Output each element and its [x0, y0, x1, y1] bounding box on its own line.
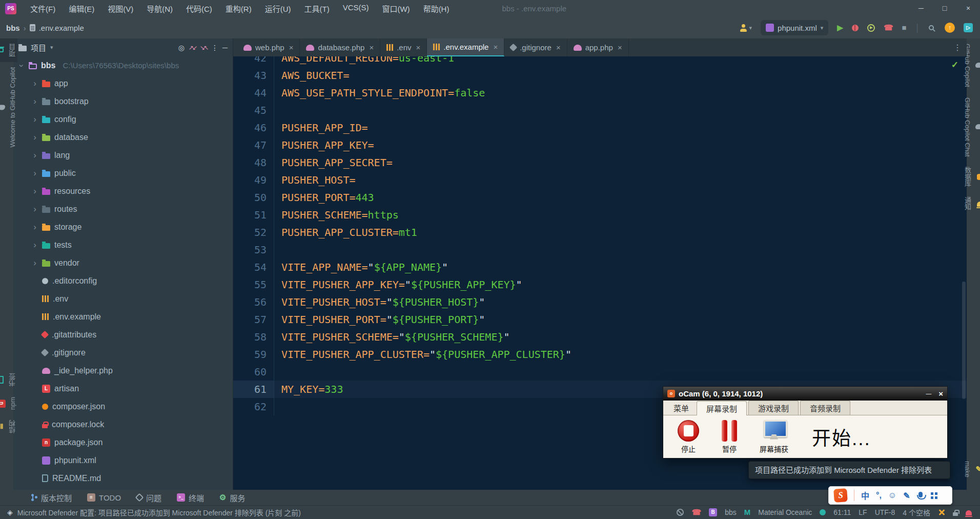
close-tab-icon[interactable]: ×	[493, 43, 498, 51]
tab-.env.example[interactable]: .env.example×	[427, 38, 504, 56]
status-message[interactable]: ◈ Microsoft Defender 配置: 项目路径已成功添加到 Micr…	[7, 507, 301, 517]
status-widget-8[interactable]: LF	[859, 508, 867, 516]
tree-item-.env.example[interactable]: .env.example	[13, 308, 233, 326]
tree-item-vendor[interactable]: ›vendor	[13, 254, 233, 272]
strip-item-书签[interactable]: 书签	[0, 368, 17, 392]
code-line-51[interactable]: 51PUSHER_SCHEME=https	[233, 206, 967, 224]
tree-chevron-icon[interactable]: ›	[32, 98, 38, 105]
tree-item-public[interactable]: ›public	[13, 164, 233, 182]
stop-button[interactable]: ■	[902, 24, 907, 32]
close-tab-icon[interactable]: ×	[289, 43, 294, 52]
menu-item-0[interactable]: 文件(F)	[24, 3, 62, 14]
ocam-start-text[interactable]: 开始...	[812, 423, 871, 451]
tree-item-bootstrap[interactable]: ›bootstrap	[13, 92, 233, 110]
user-widget[interactable]: ▾	[740, 24, 752, 32]
tree-item-composer.json[interactable]: composer.json	[13, 397, 233, 415]
tree-item-routes[interactable]: ›routes	[13, 200, 233, 218]
editor-scrollbar[interactable]	[962, 282, 966, 398]
punctuation-icon[interactable]: °,	[876, 491, 882, 500]
status-widget-1[interactable]: ☎	[691, 508, 701, 516]
tree-item-_ide_helper.php[interactable]: _ide_helper.php	[13, 362, 233, 380]
tree-item-.gitattributes[interactable]: .gitattributes	[13, 326, 233, 344]
code-line-49[interactable]: 49PUSHER_HOST=	[233, 171, 967, 189]
minimize-icon[interactable]: ─	[909, 0, 933, 17]
code-line-50[interactable]: 50PUSHER_PORT=443	[233, 189, 967, 206]
breadcrumb-root[interactable]: bbs	[6, 24, 20, 32]
status-widget-2[interactable]: B	[709, 508, 717, 516]
run-button[interactable]: ▶	[837, 24, 843, 32]
code-line-47[interactable]: 47PUSHER_APP_KEY=	[233, 136, 967, 154]
tree-item-resources[interactable]: ›resources	[13, 182, 233, 200]
tab-app.php[interactable]: app.php×	[567, 38, 629, 56]
locate-file-icon[interactable]: ◎	[178, 44, 185, 52]
status-widget-3[interactable]: bbs	[725, 508, 737, 516]
code-line-48[interactable]: 48PUSHER_APP_SECRET=	[233, 154, 967, 171]
ocam-button-停止[interactable]: 停止	[678, 420, 699, 454]
code-line-53[interactable]: 53	[233, 241, 967, 258]
strip-item-结构[interactable]: ≣结构	[0, 415, 17, 438]
hide-panel-icon[interactable]: ─	[222, 44, 228, 52]
status-widget-10[interactable]: 4 个空格	[903, 507, 930, 517]
code-with-me-icon[interactable]: ▷	[964, 23, 973, 32]
maximize-icon[interactable]: □	[933, 0, 956, 17]
tree-item-phpunit.xml[interactable]: phpunit.xml	[13, 451, 233, 469]
menu-item-5[interactable]: 重构(R)	[219, 3, 258, 14]
code-line-55[interactable]: 55VITE_PUSHER_APP_KEY="${PUSHER_APP_KEY}…	[233, 276, 967, 293]
menu-item-10[interactable]: 帮助(H)	[417, 3, 456, 14]
code-line-52[interactable]: 52PUSHER_APP_CLUSTER=mt1	[233, 224, 967, 241]
code-line-60[interactable]: 60	[233, 363, 967, 381]
debug-button[interactable]	[852, 25, 859, 31]
handwriting-pencil-icon[interactable]: ✎	[903, 491, 910, 501]
status-widget-5[interactable]: Material Oceanic	[758, 508, 812, 516]
code-line-42[interactable]: 42AWS_DEFAULT_REGION=us-east-1	[233, 56, 967, 67]
tree-chevron-icon[interactable]: ›	[32, 170, 38, 176]
tree-chevron-icon[interactable]: ›	[32, 152, 38, 158]
menu-item-9[interactable]: 窗口(W)	[375, 3, 416, 14]
ocam-tab-游戏录制[interactable]: 游戏录制	[748, 401, 799, 415]
tree-chevron-icon[interactable]: ›	[32, 242, 38, 248]
code-line-57[interactable]: 57VITE_PUSHER_PORT="${PUSHER_PORT}"	[233, 311, 967, 328]
status-widget-13[interactable]	[966, 509, 972, 515]
tree-chevron-icon[interactable]: ›	[32, 260, 38, 266]
chinese-mode-icon[interactable]: 中	[861, 489, 869, 502]
ocam-button-屏幕捕获[interactable]: 屏幕捕获	[760, 420, 788, 454]
tree-chevron-icon[interactable]: ›	[32, 116, 38, 123]
code-line-43[interactable]: 43AWS_BUCKET=	[233, 67, 967, 84]
update-icon[interactable]: ↑	[945, 23, 955, 33]
code-line-45[interactable]: 45	[233, 102, 967, 119]
code-line-59[interactable]: 59VITE_PUSHER_APP_CLUSTER="${PUSHER_APP_…	[233, 346, 967, 363]
emoji-icon[interactable]: ☺	[888, 491, 896, 500]
close-tab-icon[interactable]: ×	[618, 43, 622, 52]
status-widget-4[interactable]: M	[744, 508, 751, 516]
menu-item-6[interactable]: 运行(U)	[258, 3, 298, 14]
status-widget-9[interactable]: UTF-8	[875, 508, 895, 516]
close-icon[interactable]: ×	[956, 0, 980, 17]
code-area[interactable]: 42AWS_DEFAULT_REGION=us-east-143AWS_BUCK…	[233, 56, 967, 415]
ocam-tab-屏幕录制[interactable]: 屏幕录制	[697, 401, 747, 415]
collapse-all-icon[interactable]: ↘↖	[200, 44, 207, 51]
run-configuration-select[interactable]: phpunit.xml ▾	[761, 20, 828, 35]
tree-chevron-icon[interactable]: ›	[32, 224, 38, 230]
tree-item-config[interactable]: ›config	[13, 110, 233, 128]
tree-chevron-icon[interactable]: ›	[32, 134, 38, 141]
close-tab-icon[interactable]: ×	[416, 43, 421, 52]
status-widget-6[interactable]	[820, 509, 826, 515]
tree-item-bbs[interactable]: ›bbsC:\Users\76563\Desktop\sites\bbs	[13, 56, 233, 74]
close-tab-icon[interactable]: ×	[369, 43, 374, 52]
search-everywhere-icon[interactable]	[929, 25, 934, 30]
tab-.env[interactable]: .env×	[380, 38, 427, 56]
ocam-close-icon[interactable]: ×	[938, 389, 943, 398]
sogou-logo-icon[interactable]: S	[833, 488, 848, 503]
tree-item-lang[interactable]: ›lang	[13, 146, 233, 164]
menu-item-8[interactable]: VCS(S)	[336, 3, 376, 14]
status-widget-7[interactable]: 61:11	[833, 508, 851, 516]
profiler-phone-icon[interactable]: ☎	[884, 24, 893, 32]
tree-chevron-icon[interactable]: ›	[32, 188, 38, 194]
tree-item-.gitignore[interactable]: .gitignore	[13, 344, 233, 362]
strip-item-npm[interactable]: nnpm	[0, 392, 16, 415]
toolwindow-问题[interactable]: 问题	[136, 492, 161, 503]
tree-item-storage[interactable]: ›storage	[13, 218, 233, 236]
tree-item-README.md[interactable]: README.md	[13, 469, 233, 487]
ocam-minimize-icon[interactable]: ─	[926, 389, 932, 398]
inspections-ok-icon[interactable]: ✓	[951, 59, 958, 70]
